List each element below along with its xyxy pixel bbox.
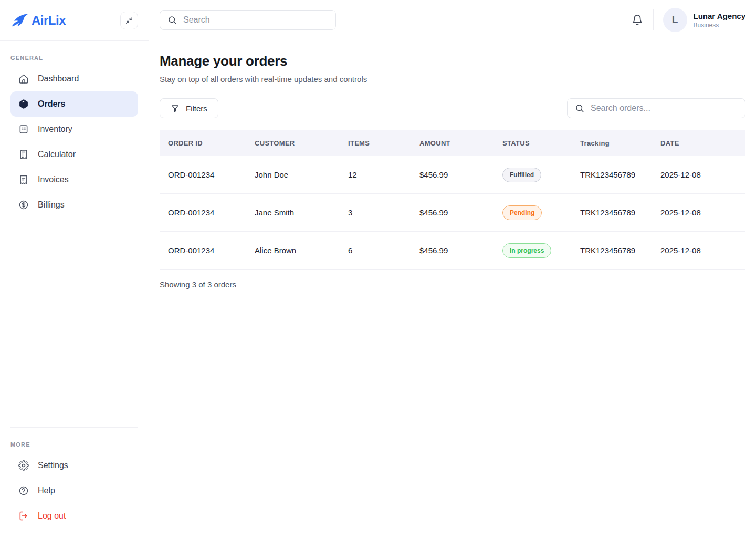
filters-label: Filters bbox=[186, 104, 207, 113]
sidebar-header: AirLix bbox=[0, 0, 149, 41]
orders-search[interactable] bbox=[567, 98, 746, 118]
funnel-icon bbox=[171, 104, 180, 113]
sidebar-item-billings[interactable]: Billings bbox=[10, 192, 138, 218]
sidebar-section-general: GENERAL bbox=[0, 55, 149, 61]
table-footer-count: Showing 3 of 3 orders bbox=[160, 280, 746, 289]
search-icon bbox=[575, 104, 584, 113]
sidebar-nav-more: Settings Help bbox=[0, 453, 149, 529]
status-badge: Pending bbox=[502, 205, 542, 220]
cell-tracking: TRK123456789 bbox=[580, 208, 660, 217]
nav-label: Billings bbox=[38, 200, 65, 210]
wing-logo-icon bbox=[10, 13, 28, 28]
user-name: Lunar Agency bbox=[694, 12, 746, 20]
package-icon bbox=[18, 98, 29, 110]
page-title: Manage your orders bbox=[160, 53, 746, 69]
gear-icon bbox=[18, 460, 29, 471]
app-window: AirLix GENERAL Dashboard bbox=[0, 0, 756, 538]
cell-tracking: TRK123456789 bbox=[580, 246, 660, 255]
avatar: L bbox=[663, 8, 687, 32]
global-search-input[interactable] bbox=[183, 15, 328, 25]
status-badge: Fulfilled bbox=[502, 168, 541, 182]
column-header-items: ITEMS bbox=[348, 139, 419, 147]
topbar: L Lunar Agency Business bbox=[149, 0, 756, 40]
column-header-tracking: Tracking bbox=[580, 139, 660, 147]
user-info: Lunar Agency Business bbox=[694, 12, 746, 29]
orders-search-input[interactable] bbox=[591, 104, 738, 113]
page-subtitle: Stay on top of all orders with real-time… bbox=[160, 75, 746, 84]
table-row[interactable]: ORD-001234 John Doe 12 $456.99 Fulfilled… bbox=[160, 156, 746, 194]
column-header-status: STATUS bbox=[502, 139, 580, 147]
cell-items: 6 bbox=[348, 246, 419, 255]
nav-label: Log out bbox=[38, 511, 66, 521]
cell-customer: Alice Brown bbox=[255, 246, 348, 255]
cell-amount: $456.99 bbox=[419, 246, 502, 255]
nav-label: Settings bbox=[38, 461, 68, 470]
help-circle-icon bbox=[18, 485, 29, 496]
cell-amount: $456.99 bbox=[419, 170, 502, 179]
column-header-customer: CUSTOMER bbox=[255, 139, 348, 147]
brand-logo: AirLix bbox=[10, 13, 66, 28]
cell-order-id: ORD-001234 bbox=[168, 246, 255, 255]
sidebar-item-invoices[interactable]: Invoices bbox=[10, 167, 138, 192]
orders-table: ORDER ID CUSTOMER ITEMS AMOUNT STATUS Tr… bbox=[160, 130, 746, 270]
sidebar-section-more: MORE bbox=[0, 441, 149, 448]
nav-label: Calculator bbox=[38, 150, 76, 159]
topbar-right: L Lunar Agency Business bbox=[631, 8, 746, 32]
sidebar-divider bbox=[10, 427, 138, 428]
inventory-list-icon bbox=[18, 123, 29, 135]
column-header-amount: AMOUNT bbox=[419, 139, 502, 147]
calculator-icon bbox=[18, 149, 29, 160]
status-badge: In progress bbox=[502, 243, 551, 258]
table-header-row: ORDER ID CUSTOMER ITEMS AMOUNT STATUS Tr… bbox=[160, 130, 746, 156]
column-header-date: DATE bbox=[660, 139, 737, 147]
sidebar: AirLix GENERAL Dashboard bbox=[0, 0, 149, 538]
nav-label: Inventory bbox=[38, 125, 72, 134]
cell-date: 2025-12-08 bbox=[660, 170, 737, 179]
page-content: Manage your orders Stay on top of all or… bbox=[149, 40, 756, 289]
nav-label: Help bbox=[38, 486, 55, 495]
topbar-divider bbox=[653, 9, 654, 30]
cell-date: 2025-12-08 bbox=[660, 208, 737, 217]
logout-icon bbox=[18, 510, 29, 522]
notification-bell-icon[interactable] bbox=[631, 14, 644, 26]
table-body: ORD-001234 John Doe 12 $456.99 Fulfilled… bbox=[160, 156, 746, 270]
table-row[interactable]: ORD-001234 Jane Smith 3 $456.99 Pending … bbox=[160, 194, 746, 232]
sidebar-bottom: MORE Settings bbox=[0, 420, 149, 538]
user-menu[interactable]: L Lunar Agency Business bbox=[663, 8, 746, 32]
sidebar-item-calculator[interactable]: Calculator bbox=[10, 142, 138, 167]
nav-label: Orders bbox=[38, 99, 65, 109]
table-row[interactable]: ORD-001234 Alice Brown 6 $456.99 In prog… bbox=[160, 232, 746, 270]
receipt-icon bbox=[18, 174, 29, 185]
global-search[interactable] bbox=[160, 10, 336, 30]
cell-customer: John Doe bbox=[255, 170, 348, 179]
sidebar-item-help[interactable]: Help bbox=[10, 478, 138, 503]
main-area: L Lunar Agency Business Manage your orde… bbox=[149, 0, 756, 538]
home-icon bbox=[18, 73, 29, 85]
cell-date: 2025-12-08 bbox=[660, 246, 737, 255]
cell-order-id: ORD-001234 bbox=[168, 170, 255, 179]
cell-customer: Jane Smith bbox=[255, 208, 348, 217]
search-icon bbox=[167, 15, 177, 25]
column-header-order-id: ORDER ID bbox=[168, 139, 255, 147]
cell-amount: $456.99 bbox=[419, 208, 502, 217]
sidebar-item-settings[interactable]: Settings bbox=[10, 453, 138, 478]
sidebar-item-inventory[interactable]: Inventory bbox=[10, 117, 138, 142]
nav-label: Invoices bbox=[38, 175, 69, 184]
sidebar-item-logout[interactable]: Log out bbox=[10, 503, 138, 529]
collapse-icon bbox=[125, 16, 133, 25]
cell-tracking: TRK123456789 bbox=[580, 170, 660, 179]
dollar-circle-icon bbox=[18, 199, 29, 211]
sidebar-nav: Dashboard Orders Inven bbox=[0, 66, 149, 218]
cell-items: 3 bbox=[348, 208, 419, 217]
sidebar-collapse-button[interactable] bbox=[120, 12, 138, 29]
table-controls: Filters bbox=[160, 98, 746, 118]
sidebar-item-dashboard[interactable]: Dashboard bbox=[10, 66, 138, 91]
sidebar-item-orders[interactable]: Orders bbox=[10, 91, 138, 117]
nav-label: Dashboard bbox=[38, 74, 79, 84]
brand-name: AirLix bbox=[32, 13, 66, 28]
user-type: Business bbox=[694, 22, 746, 29]
filters-button[interactable]: Filters bbox=[160, 98, 218, 118]
cell-items: 12 bbox=[348, 170, 419, 179]
cell-order-id: ORD-001234 bbox=[168, 208, 255, 217]
